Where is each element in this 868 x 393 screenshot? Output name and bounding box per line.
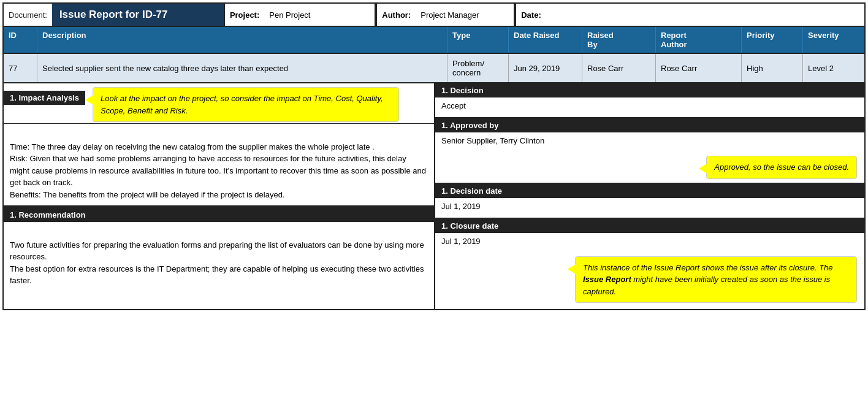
project-field: Project: Pen Project [225, 4, 376, 26]
recommendation-section: 1. Recommendation Two future activities … [4, 207, 434, 292]
col-header-raised: RaisedBy [582, 27, 656, 53]
cell-type: Problem/ concern [447, 54, 509, 82]
author-field: Author: Project Manager [377, 4, 515, 26]
table-header: ID Description Type Date Raised RaisedBy… [4, 27, 864, 54]
closure-callout-text: This instance of the Issue Report shows … [583, 263, 833, 296]
col-header-type: Type [447, 27, 509, 53]
closure-date-body: Jul 1, 2019 [435, 233, 864, 253]
author-label: Author: [377, 10, 416, 20]
col-header-severity: Severity [803, 27, 864, 53]
closure-date-header: 1. Closure date [435, 219, 864, 233]
project-label: Project: [225, 10, 264, 20]
doc-title: Issue Report for ID-77 [52, 4, 224, 26]
closure-callout-wrapper: This instance of the Issue Report shows … [435, 253, 864, 310]
impact-analysis-header: 1. Impact Analysis [4, 91, 85, 105]
decision-date-section: 1. Decision date Jul 1, 2019 [435, 184, 864, 219]
col-header-desc: Description [37, 27, 447, 53]
decision-section: 1. Decision Accept [435, 83, 864, 118]
approved-by-section: 1. Approved by Senior Supplier, Terry Cl… [435, 118, 864, 184]
impact-analysis-body: Time: The three day delay on receiving t… [4, 123, 434, 207]
col-header-priority: Priority [742, 27, 803, 53]
approved-by-header: 1. Approved by [435, 118, 864, 132]
cell-description: Selected supplier sent the new catalog t… [37, 54, 447, 82]
project-value: Pen Project [264, 10, 375, 20]
approved-callout-text: Approved, so the issue can be closed. [714, 162, 849, 172]
decision-date-header: 1. Decision date [435, 184, 864, 198]
col-header-date: Date Raised [509, 27, 582, 53]
decision-date-body: Jul 1, 2019 [435, 198, 864, 218]
right-column: 1. Decision Accept 1. Approved by Senior… [435, 83, 864, 309]
impact-callout-text: Look at the impact on the project, so co… [101, 94, 383, 115]
date-field: Date: [516, 4, 595, 26]
cell-report-author: Rose Carr [656, 54, 742, 82]
document-container: Document: Issue Report for ID-77 Project… [2, 2, 866, 310]
table-row: 77 Selected supplier sent the new catalo… [4, 54, 864, 83]
closure-callout-bold: Issue Report [583, 275, 631, 284]
cell-severity: Level 2 [803, 54, 864, 82]
recommendation-header: 1. Recommendation [4, 208, 434, 222]
closure-callout: This instance of the Issue Report shows … [575, 256, 857, 303]
left-column: 1. Impact Analysis Look at the impact on… [4, 83, 435, 309]
doc-label: Document: [4, 10, 52, 20]
cell-id: 77 [4, 54, 37, 82]
main-content: 1. Impact Analysis Look at the impact on… [4, 83, 864, 309]
impact-callout: Look at the impact on the project, so co… [93, 87, 399, 122]
approved-by-body: Senior Supplier, Terry Clinton [435, 132, 864, 152]
decision-body: Accept [435, 97, 864, 117]
cell-priority: High [742, 54, 803, 82]
decision-header: 1. Decision [435, 83, 864, 97]
impact-analysis-section: 1. Impact Analysis Look at the impact on… [4, 83, 434, 207]
date-label: Date: [516, 10, 546, 20]
cell-date-raised: Jun 29, 2019 [509, 54, 582, 82]
approved-callout: Approved, so the issue can be closed. [706, 156, 857, 179]
cell-raised-by: Rose Carr [582, 54, 656, 82]
closure-date-section: 1. Closure date Jul 1, 2019 This instanc… [435, 219, 864, 310]
recommendation-body: Two future activities for preparing the … [4, 222, 434, 292]
document-header: Document: Issue Report for ID-77 Project… [4, 4, 864, 27]
col-header-id: ID [4, 27, 37, 53]
col-header-author: ReportAuthor [656, 27, 742, 53]
author-value: Project Manager [416, 10, 514, 20]
approved-callout-wrapper: Approved, so the issue can be closed. [435, 152, 864, 183]
